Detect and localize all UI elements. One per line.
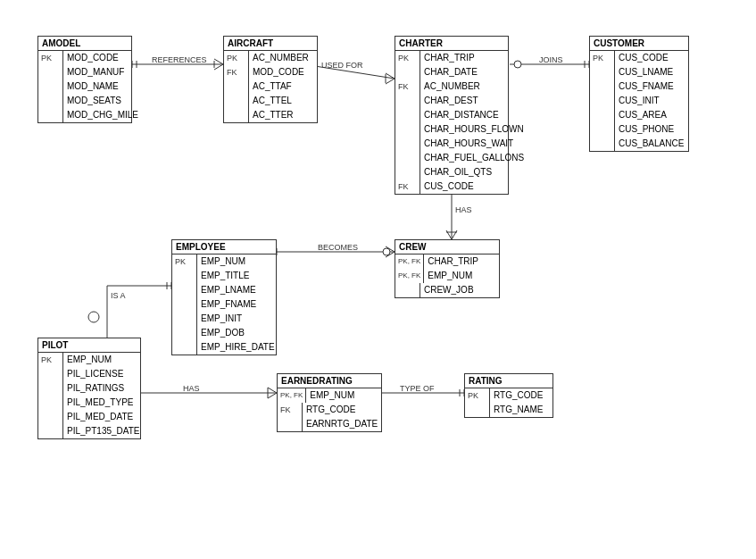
has-pilot-label: HAS xyxy=(183,384,200,393)
customer-table: CUSTOMER PKCUS_CODE CUS_LNAME CUS_FNAME … xyxy=(589,36,689,152)
references-label: REFERENCES xyxy=(152,55,207,64)
earnedrating-table: EARNEDRATING PK, FKEMP_NUM FKRTG_CODE EA… xyxy=(277,373,382,432)
svg-line-9 xyxy=(386,79,395,84)
svg-point-32 xyxy=(88,312,99,322)
employee-title: EMPLOYEE xyxy=(172,240,276,254)
amodel-title: AMODEL xyxy=(38,37,131,51)
svg-line-4 xyxy=(214,64,223,70)
used-for-label: USED FOR xyxy=(321,61,363,70)
svg-line-25 xyxy=(386,246,395,252)
pilot-table: PILOT PKEMP_NUM PIL_LICENSE PIL_RATINGS … xyxy=(37,338,141,439)
is-a-label: IS A xyxy=(111,291,126,300)
pilot-title: PILOT xyxy=(38,338,140,353)
svg-line-26 xyxy=(386,252,395,257)
aircraft-title: AIRCRAFT xyxy=(224,37,317,51)
has-charter-label: HAS xyxy=(455,205,472,214)
aircraft-table: AIRCRAFT PKAC_NUMBER FKMOD_CODE AC_TTAF … xyxy=(223,36,318,123)
charter-title: CHARTER xyxy=(395,37,508,51)
svg-line-36 xyxy=(268,388,277,393)
earnedrating-title: EARNEDRATING xyxy=(278,374,381,388)
customer-title: CUSTOMER xyxy=(590,37,688,51)
joins-label: JOINS xyxy=(539,55,563,64)
svg-line-37 xyxy=(268,393,277,398)
amodel-table: AMODEL PKMOD_CODE MOD_MANUF MOD_NAME MOD… xyxy=(37,36,132,123)
svg-point-24 xyxy=(383,248,390,255)
rating-title: RATING xyxy=(465,374,552,388)
er-diagram: REFERENCES USED FOR JOINS HAS BECOMES IS… xyxy=(0,0,756,559)
crew-table: CREW PK, FKCHAR_TRIP PK, FKEMP_NUM CREW_… xyxy=(395,239,500,298)
svg-line-3 xyxy=(214,59,223,64)
rating-table: RATING PKRTG_CODE RTG_NAME xyxy=(464,373,553,418)
becomes-label: BECOMES xyxy=(318,243,358,252)
svg-point-12 xyxy=(514,61,521,68)
charter-table: CHARTER PKCHAR_TRIP CHAR_DATE FKAC_NUMBE… xyxy=(395,36,509,195)
type-of-label: TYPE OF xyxy=(400,384,435,393)
employee-table: EMPLOYEE PKEMP_NUM EMP_TITLE EMP_LNAME E… xyxy=(171,239,277,355)
crew-title: CREW xyxy=(395,240,499,254)
svg-line-8 xyxy=(386,73,395,79)
svg-line-18 xyxy=(446,230,452,239)
svg-line-19 xyxy=(452,230,457,239)
